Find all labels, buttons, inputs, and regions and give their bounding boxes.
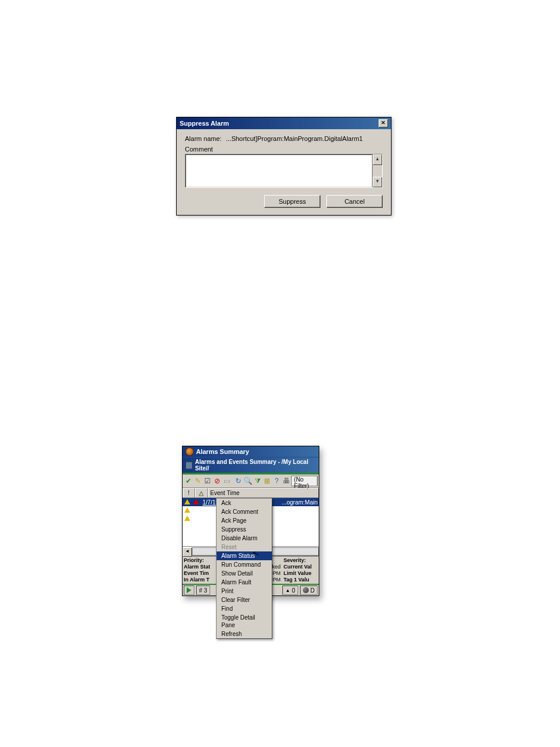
scroll-up-icon[interactable]: ▲ xyxy=(373,154,382,165)
comment-textarea[interactable] xyxy=(185,154,372,187)
alarms-summary-subtitle-bar: Alarms and Events Summary - /My Local Si… xyxy=(183,457,319,473)
context-menu-item-refresh[interactable]: Refresh xyxy=(217,630,272,638)
context-menu-item-find[interactable]: Find xyxy=(217,604,272,613)
detail-icon[interactable]: ⊞ xyxy=(262,475,272,487)
no-filter-button[interactable]: (No Filter) xyxy=(291,476,318,486)
app-icon xyxy=(185,447,194,456)
dialog-body: Alarm name: ...Shortcut]Program:MainProg… xyxy=(177,129,391,215)
alarm-count: # 3 xyxy=(196,586,210,595)
context-menu-item-toggle-detail-pane[interactable]: Toggle Detail Pane xyxy=(217,613,272,630)
detail-left-labels: Priority: Alarm Stat Event Tim In Alarm … xyxy=(183,557,214,584)
disable-icon[interactable]: ▭ xyxy=(222,475,231,487)
alarms-toolbar: ✔ ✎ ☑ ⊘ ▭ ↻ 🔍 ⧩ ⊞ ? 🖶 (No Filter) xyxy=(183,475,319,488)
detail-right-labels: Severity: Current Val Limit Value Tag 1 … xyxy=(282,557,319,584)
print-icon[interactable]: 🖶 xyxy=(282,475,291,487)
cancel-button[interactable]: Cancel xyxy=(326,195,383,208)
suppress-alarm-dialog: Suppress Alarm ✕ Alarm name: ...Shortcut… xyxy=(176,117,392,216)
scroll-left-icon[interactable]: ◄ xyxy=(183,547,192,557)
comment-label: Comment xyxy=(185,146,383,153)
alarm-icon xyxy=(191,499,201,506)
alarms-summary-title: Alarms Summary xyxy=(196,448,249,455)
suppress-button[interactable]: Suppress xyxy=(264,195,321,208)
ack-icon[interactable]: ✔ xyxy=(184,475,193,487)
unacked-count: ▲0 xyxy=(282,586,298,595)
status-icon xyxy=(303,587,309,593)
filter-icon[interactable]: ⧩ xyxy=(253,475,262,487)
warning-icon xyxy=(183,499,191,506)
refresh-icon[interactable]: ↻ xyxy=(234,475,243,487)
col-priority[interactable]: ! xyxy=(183,488,195,497)
dialog-titlebar: Suppress Alarm ✕ xyxy=(177,117,391,129)
alarm-name-value: ...Shortcut]Program:MainProgram.DigitalA… xyxy=(226,135,363,142)
ack-comment-icon[interactable]: ✎ xyxy=(193,475,203,487)
row-source: ...ogram:Main xyxy=(282,499,319,506)
warning-icon xyxy=(183,516,191,522)
close-button[interactable]: ✕ xyxy=(379,119,388,127)
context-menu-item-clear-filter[interactable]: Clear Filter xyxy=(217,595,272,604)
context-menu-item-ack[interactable]: Ack xyxy=(217,499,272,507)
context-menu-item-show-detail[interactable]: Show Detail xyxy=(217,569,272,578)
dialog-title: Suppress Alarm xyxy=(180,120,229,127)
alarms-summary-titlebar: Alarms Summary xyxy=(183,446,319,457)
context-menu: AckAck CommentAck PageSuppressDisable Al… xyxy=(216,498,272,639)
context-menu-item-run-command[interactable]: Run Command xyxy=(217,560,272,569)
context-menu-item-suppress[interactable]: Suppress xyxy=(217,525,272,534)
document-icon xyxy=(185,462,193,469)
col-state-icon[interactable]: △ xyxy=(195,488,208,497)
context-menu-item-alarm-status[interactable]: Alarm Status xyxy=(217,551,272,560)
context-menu-item-ack-comment[interactable]: Ack Comment xyxy=(217,507,272,516)
col-event-time[interactable]: Event Time xyxy=(208,488,319,497)
scroll-down-icon[interactable]: ▼ xyxy=(373,177,382,187)
context-menu-item-reset: Reset xyxy=(217,543,272,551)
help-icon[interactable]: ? xyxy=(272,475,281,487)
comment-field-wrap: ▲ ▼ xyxy=(185,154,383,188)
play-icon xyxy=(187,587,191,593)
alarm-name-label: Alarm name: xyxy=(185,135,226,142)
context-menu-item-print[interactable]: Print xyxy=(217,587,272,595)
context-menu-item-ack-page[interactable]: Ack Page xyxy=(217,516,272,525)
context-menu-item-alarm-fault[interactable]: Alarm Fault xyxy=(217,578,272,587)
suppress-icon[interactable]: ⊘ xyxy=(212,475,222,487)
alarms-summary-subtitle: Alarms and Events Summary - /My Local Si… xyxy=(195,459,316,472)
warning-icon xyxy=(183,507,191,514)
status-d: D xyxy=(300,586,318,595)
find-icon[interactable]: 🔍 xyxy=(243,475,253,487)
context-menu-item-disable-alarm[interactable]: Disable Alarm xyxy=(217,534,272,543)
run-indicator[interactable] xyxy=(184,586,194,595)
comment-scrollbar[interactable]: ▲ ▼ xyxy=(372,154,382,187)
ack-page-icon[interactable]: ☑ xyxy=(203,475,212,487)
grid-header: ! △ Event Time xyxy=(183,488,319,498)
